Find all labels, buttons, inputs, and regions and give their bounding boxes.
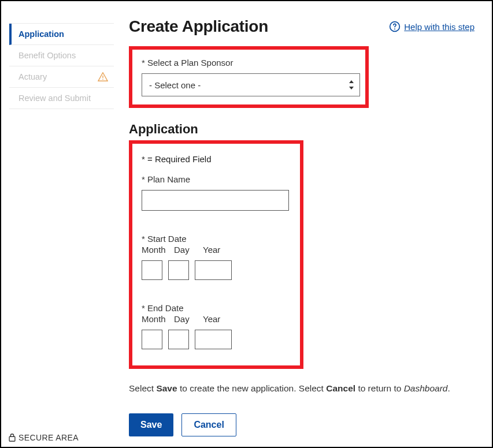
end-month-input[interactable] — [142, 330, 162, 349]
cancel-button[interactable]: Cancel — [181, 413, 236, 436]
end-day-input[interactable] — [168, 330, 189, 349]
svg-rect-4 — [9, 436, 15, 441]
page-title: Create Application — [129, 17, 268, 36]
sponsor-highlight-box: * Select a Plan Sponsor - Select one - — [129, 46, 369, 108]
start-day-input[interactable] — [168, 260, 189, 280]
lock-icon — [8, 433, 16, 442]
svg-rect-1 — [102, 79, 103, 80]
start-date-label: * Start Date — [142, 234, 291, 244]
warning-icon — [98, 72, 108, 81]
sponsor-label: * Select a Plan Sponsor — [142, 58, 356, 68]
sidebar-item-label: Review and Submit — [18, 94, 91, 103]
required-note: * = Required Field — [142, 154, 291, 164]
help-link[interactable]: Help with this step — [389, 21, 475, 32]
sidebar-item-actuary[interactable]: Actuary — [9, 66, 114, 88]
sidebar-item-review-submit[interactable]: Review and Submit — [9, 88, 114, 109]
sidebar-item-application[interactable]: Application — [9, 24, 114, 45]
start-year-input[interactable] — [195, 260, 232, 280]
year-label: Year — [203, 314, 243, 324]
secure-area-indicator: SECURE AREA — [8, 433, 79, 442]
end-year-input[interactable] — [195, 330, 232, 349]
end-date-label: * End Date — [142, 303, 291, 313]
application-highlight-box: * = Required Field * Plan Name * Start D… — [129, 140, 303, 369]
sidebar-nav: Application Benefit Options Actuary Revi… — [1, 1, 114, 436]
plan-sponsor-select[interactable]: - Select one - — [142, 73, 360, 96]
month-label: Month — [142, 314, 174, 324]
help-icon — [389, 21, 401, 32]
sidebar-item-label: Application — [18, 29, 64, 39]
svg-point-3 — [394, 28, 395, 29]
sidebar-item-label: Benefit Options — [18, 51, 76, 60]
svg-rect-0 — [102, 76, 103, 78]
sidebar-item-benefit-options[interactable]: Benefit Options — [9, 45, 114, 66]
application-section-title: Application — [129, 122, 475, 137]
year-label: Year — [203, 245, 243, 255]
plan-name-label: * Plan Name — [142, 174, 291, 184]
month-label: Month — [142, 245, 174, 255]
help-link-label: Help with this step — [404, 22, 475, 32]
sidebar-item-label: Actuary — [18, 72, 47, 81]
save-button[interactable]: Save — [129, 413, 173, 436]
instruction-text: Select Save to create the new applicatio… — [129, 382, 475, 395]
plan-name-input[interactable] — [142, 190, 289, 211]
day-label: Day — [174, 314, 203, 324]
start-month-input[interactable] — [142, 260, 162, 280]
day-label: Day — [174, 245, 203, 255]
